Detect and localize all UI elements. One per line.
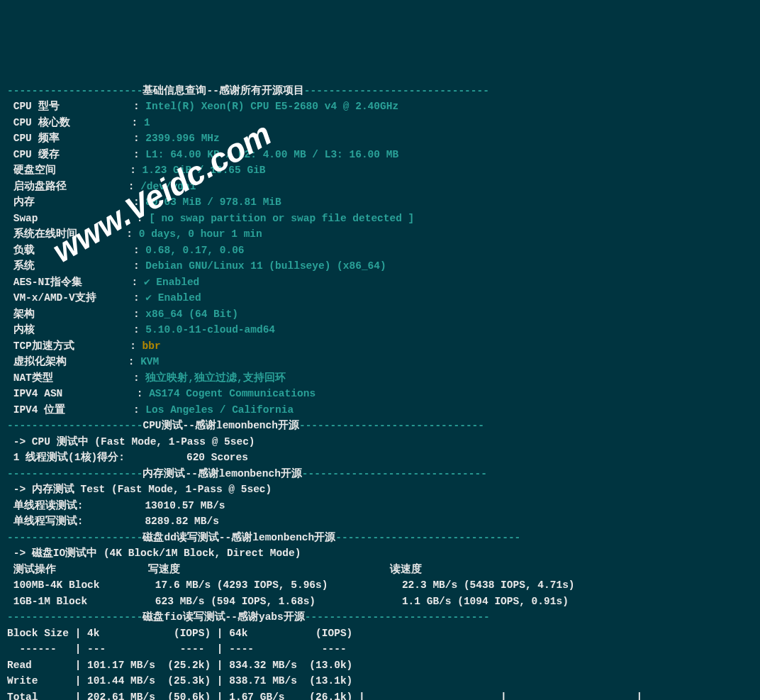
terminal-output: ----------------------基础信息查询--感谢所有开源项目--… [7, 83, 753, 701]
